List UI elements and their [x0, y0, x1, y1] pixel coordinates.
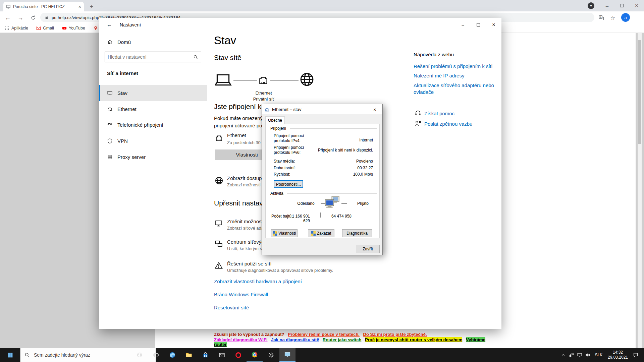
- monitor-icon: [577, 352, 582, 358]
- help-link-find-ip[interactable]: Nalezení mé IP adresy: [414, 73, 464, 78]
- youtube-icon: [62, 26, 67, 31]
- taskbar-search-placeholder[interactable]: Sem zadejte hledaný výraz: [34, 352, 90, 358]
- tray-display-icon[interactable]: [576, 348, 584, 362]
- map-pin-icon: [93, 26, 98, 31]
- page-scrollbar[interactable]: [638, 33, 642, 348]
- dialog-close-bottom-button[interactable]: Zavřít: [356, 245, 380, 253]
- taskbar-item-file-explorer[interactable]: [181, 348, 197, 362]
- signature-link[interactable]: Problémy řeším pouze v tématech.: [288, 332, 360, 337]
- chevron-up-icon: [561, 353, 566, 357]
- new-tab-button[interactable]: +: [87, 2, 96, 11]
- scrollbar-thumb[interactable]: [638, 40, 641, 144]
- tab-general[interactable]: Obecné: [265, 116, 285, 124]
- group-divider: [290, 128, 377, 129]
- taskbar-item-opera[interactable]: [230, 348, 246, 362]
- taskbar-item-store[interactable]: [197, 348, 213, 362]
- send-feedback-link[interactable]: Poslat zpětnou vazbu: [424, 121, 472, 127]
- signature-link[interactable]: Základní diagnostika WiFi: [214, 337, 268, 342]
- tray-volume-icon[interactable]: [584, 348, 592, 362]
- duration-label: Doba trvání:: [274, 166, 296, 170]
- signature-link-highlight-green[interactable]: Vybíráme: [466, 337, 485, 342]
- settings-close-button[interactable]: ×: [486, 18, 501, 32]
- start-button[interactable]: [0, 348, 20, 362]
- tab-search-icon[interactable]: ▾: [588, 2, 594, 9]
- help-link-troubleshoot[interactable]: Řešení problémů s připojením k síti: [414, 63, 492, 69]
- language-label: SLK: [595, 353, 603, 357]
- ethernet-network-icon: [569, 352, 574, 358]
- bookmark-apps[interactable]: Aplikácie: [5, 26, 28, 31]
- settings-minimize-button[interactable]: –: [455, 18, 471, 32]
- available-networks-globe-icon: [215, 176, 223, 185]
- bookmark-label: Aplikácie: [11, 26, 28, 31]
- signature-link[interactable]: Router jako switch: [323, 337, 362, 342]
- dialog-title-bar[interactable]: Ethernet – stav: [262, 104, 382, 114]
- task-view-button[interactable]: [148, 348, 164, 362]
- sidebar-item-vpn[interactable]: VPN: [99, 133, 207, 149]
- translate-icon[interactable]: [597, 13, 606, 22]
- sidebar-item-dialup[interactable]: Telefonické připojení: [99, 117, 207, 133]
- settings-back-button[interactable]: ←: [104, 21, 115, 29]
- tray-language-indicator[interactable]: SLK: [592, 348, 605, 362]
- reload-icon[interactable]: [29, 13, 38, 22]
- bytes-divider: [320, 213, 321, 218]
- tray-network-icon[interactable]: [568, 348, 576, 362]
- browser-minimize-button[interactable]: –: [600, 0, 614, 11]
- sidebar-item-home[interactable]: Domů: [99, 36, 207, 48]
- link-hardware-properties[interactable]: Zobrazit vlastnosti hardwaru a připojení: [214, 279, 302, 284]
- browser-close-button[interactable]: ×: [629, 0, 644, 11]
- bookmark-youtube[interactable]: YouTube: [62, 26, 85, 31]
- taskbar-item-settings[interactable]: [263, 348, 279, 362]
- dialog-disable-button[interactable]: Zakázat: [308, 229, 334, 237]
- link-windows-firewall[interactable]: Brána Windows Firewall: [214, 292, 268, 297]
- dialog-diagnostics-button[interactable]: Diagnostika: [342, 229, 372, 237]
- back-icon[interactable]: ←: [3, 13, 12, 22]
- tray-show-hidden-icons[interactable]: [559, 348, 568, 362]
- taskbar-item-mail[interactable]: [214, 348, 230, 362]
- ethernet-card-title: Ethernet: [227, 132, 246, 138]
- group-activity-label: Aktivita: [270, 191, 283, 196]
- tab-close-icon[interactable]: ×: [78, 4, 81, 9]
- clock-date: 29.03.2021: [608, 355, 628, 360]
- browser-maximize-button[interactable]: [614, 0, 629, 11]
- duration-value: 00:32:27: [313, 166, 373, 170]
- media-state-value: Povoleno: [313, 159, 373, 164]
- signature-link-highlight-green[interactable]: router: [214, 342, 227, 347]
- forward-icon[interactable]: →: [16, 13, 25, 22]
- bookmark-gmail[interactable]: Gmail: [36, 26, 54, 31]
- troubleshoot-title[interactable]: Řešení potíží se sítí: [227, 261, 272, 266]
- browser-avatar[interactable]: a: [621, 13, 630, 22]
- signature-link[interactable]: Jak na diagnostiku sítě: [271, 337, 319, 342]
- bookmark-star-icon[interactable]: ☆: [608, 13, 617, 22]
- network-computers-icon: [325, 196, 340, 210]
- taskbar-item-edge[interactable]: [164, 348, 180, 362]
- taskbar-item-active-window[interactable]: [279, 348, 296, 362]
- settings-search-box[interactable]: [105, 52, 201, 62]
- get-help-link[interactable]: Získat pomoc: [424, 111, 454, 116]
- search-icon: [24, 352, 30, 358]
- padlock-icon: [44, 15, 49, 20]
- sidebar-item-label: Domů: [117, 39, 131, 45]
- help-link-update-adapter[interactable]: Aktualizace síťového adaptéru nebo ovlad…: [414, 82, 497, 96]
- browser-tab[interactable]: Porucha siete - PC-HELP.CZ ×: [3, 2, 84, 11]
- dialog-close-button[interactable]: ×: [367, 104, 382, 114]
- sidebar-item-stav[interactable]: Stav: [99, 85, 207, 101]
- link-network-reset[interactable]: Resetování sítě: [214, 305, 249, 310]
- button-label: Diagnostika: [346, 231, 368, 236]
- signature-link[interactable]: Do SZ mi proto pište zbytečně.: [363, 332, 427, 337]
- selected-accent-bar: [99, 85, 100, 101]
- dialog-properties-button[interactable]: Vlastnosti: [271, 229, 298, 237]
- cortana-button[interactable]: [131, 348, 148, 362]
- bytes-sent-value: 1 166 901 629: [285, 214, 310, 223]
- ipv6-value: Připojení k síti není k dispozici.: [309, 148, 373, 153]
- group-divider: [287, 193, 377, 194]
- details-button[interactable]: Podrobnosti...: [274, 180, 303, 188]
- settings-search-input[interactable]: [105, 54, 193, 60]
- sidebar-item-proxy[interactable]: Proxy server: [99, 149, 207, 165]
- taskbar-item-chrome[interactable]: [247, 348, 263, 362]
- signature-link-highlight-yellow[interactable]: Proč je nesmysl chtít router s velkým do…: [365, 337, 462, 342]
- headset-icon: [415, 110, 421, 116]
- action-center-button[interactable]: [630, 348, 641, 362]
- sidebar-item-ethernet[interactable]: Ethernet: [99, 101, 207, 117]
- tray-clock[interactable]: 14:32 29.03.2021: [606, 348, 630, 362]
- settings-maximize-button[interactable]: [471, 18, 486, 32]
